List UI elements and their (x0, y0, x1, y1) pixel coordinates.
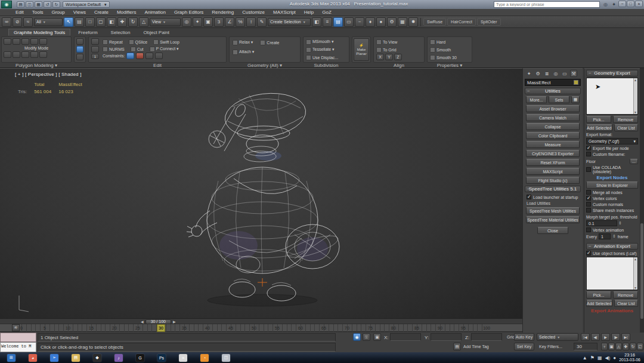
next-frame-arrow[interactable]: ▶ (173, 319, 176, 324)
ribbon-tab[interactable]: Freeform (73, 29, 103, 36)
edge-mode-icon[interactable] (13, 38, 20, 45)
use-collada-checkbox[interactable]: Use COLLADA (obsolete) (586, 165, 638, 174)
exporter-checkbox[interactable]: Custom normals (586, 202, 638, 207)
toolbar-icon[interactable]: ~ (355, 17, 364, 27)
taskbar-item[interactable]: ➢ (44, 353, 64, 362)
utility-button[interactable]: Flight Studio (c) (526, 177, 580, 184)
playback-button[interactable]: ◀| (591, 333, 600, 341)
qat-icon[interactable]: ◫ (26, 1, 33, 8)
attach-button[interactable]: Attach ▾ (233, 48, 254, 56)
edit-spinner[interactable]: 1 (91, 54, 99, 59)
list-scrollbar[interactable] (633, 257, 637, 290)
viewport-nav-button[interactable]: ▣ (608, 343, 615, 350)
viewport-menu-shading[interactable]: [ Shaded ] (58, 72, 81, 77)
viewport-nav-button[interactable]: ＋ (601, 343, 608, 350)
export-format-dropdown[interactable]: Geometry (*.cgf)▾ (586, 138, 638, 144)
toolbar-icon[interactable]: ✎ (257, 17, 267, 27)
action-center-flag-icon[interactable]: ⚑ (590, 355, 595, 361)
clear-list-button[interactable]: Clear List (614, 124, 638, 131)
custom-script-button[interactable]: SpitOder (477, 18, 501, 26)
repeat-button[interactable]: Repeat (103, 38, 123, 45)
list-scrollbar[interactable] (633, 78, 637, 114)
tray-expand-icon[interactable]: ▲ (583, 355, 587, 361)
preview-multi-icon[interactable] (76, 54, 83, 60)
taskbar-item[interactable]: ▤ (66, 353, 86, 362)
export-animations-button[interactable]: Export Animations (586, 308, 638, 313)
command-panel-tab[interactable]: ▭ (561, 70, 568, 77)
element-mode-icon[interactable] (39, 38, 47, 45)
menu-item[interactable]: GoZ (322, 10, 332, 15)
viewport-nav-button[interactable]: ◱ (637, 343, 643, 350)
collapse-stack-icon[interactable] (39, 51, 47, 58)
utility-button[interactable]: MAXScript (526, 168, 580, 175)
menu-item[interactable]: Rendering (212, 10, 234, 15)
toolbar-icon[interactable]: ∠ (225, 17, 234, 27)
taskbar-item[interactable]: G (130, 353, 150, 362)
wireframe-character[interactable] (179, 84, 358, 313)
speedtree-material-utilities-button[interactable]: SpeedTree Material Utilities (526, 216, 580, 223)
create-button[interactable]: Create (260, 39, 279, 46)
toolbar-icon[interactable]: ▢ (96, 17, 106, 27)
taskbar-item[interactable]: ◫ (216, 353, 236, 362)
ribbon-tab[interactable]: Graphite Modeling Tools (8, 29, 70, 36)
toolbar-icon[interactable]: ⚙ (387, 17, 397, 27)
current-frame-field[interactable]: 30 (574, 343, 597, 350)
key-mode-dropdown[interactable]: Selected▾ (537, 333, 578, 341)
utility-button[interactable]: Measure (526, 141, 580, 148)
toolbar-icon[interactable]: △ (139, 17, 148, 27)
named-selection-dropdown[interactable]: Create Selection▾ (268, 18, 311, 26)
selection-lock-toggle[interactable]: ⚿ (363, 333, 370, 341)
viewport-menu-view[interactable]: [ Perspective ] (25, 72, 57, 77)
sets-button[interactable]: Sets (549, 96, 569, 103)
pick-button[interactable]: Pick... (586, 116, 611, 123)
playback-button[interactable]: ▶| (621, 333, 630, 341)
toolbar-icon[interactable]: ∞ (2, 17, 11, 27)
make-planar-button[interactable]: ⚡ Make Planar (354, 38, 369, 61)
speedtree-rollout[interactable]: − SpeedTree Utilities 5.1 (525, 186, 581, 192)
ribbon-tab[interactable]: Object Paint (138, 29, 175, 36)
selection-filter-dropdown[interactable]: All▾ (34, 18, 63, 26)
object-color-swatch[interactable] (574, 80, 578, 85)
constraint-edge-icon[interactable] (136, 53, 144, 59)
window-control-button[interactable]: □ (627, 1, 634, 7)
utility-button[interactable]: CryENGINE3 Exporter (526, 150, 580, 157)
align-to-view-button[interactable]: To View (376, 38, 422, 45)
toolbar-icon[interactable]: ✦ (193, 17, 202, 27)
properties-label[interactable]: Properties ▾ (427, 63, 472, 68)
custom-script-button[interactable]: HairCorrect (447, 18, 476, 26)
maxscript-listener-macro[interactable] (0, 333, 36, 342)
playback-button[interactable]: ▶ (601, 333, 610, 341)
next-modifier-icon[interactable] (30, 51, 38, 58)
network-icon[interactable]: ▦ (597, 355, 602, 361)
remove-button[interactable]: Remove (613, 291, 638, 299)
every-frame-spinner[interactable]: 1 (599, 233, 611, 239)
qat-icon[interactable]: ▤ (17, 1, 24, 8)
toolbar-icon[interactable]: ▭ (344, 17, 354, 27)
use-displacement-button[interactable]: Use Displac... (306, 54, 346, 61)
browse-button[interactable]: ... (630, 159, 638, 164)
window-control-button[interactable]: × (635, 1, 643, 7)
toolbar-icon[interactable]: 3 (214, 17, 224, 27)
toolbar-icon[interactable]: ▤ (333, 17, 343, 27)
taskbar-clock[interactable]: 23:162013-03-06 (619, 353, 643, 362)
auto-key-button[interactable]: Auto Key (514, 333, 534, 341)
toolbar-icon[interactable]: ↕ (246, 17, 256, 27)
taskbar-item[interactable]: ◕ (23, 353, 43, 362)
track-bar[interactable]: 30 0510152025303540455055606570758085909… (0, 324, 522, 332)
utilities-rollout[interactable]: − Utilities (525, 88, 581, 94)
command-panel-tab[interactable]: ≣ (543, 70, 550, 77)
border-mode-icon[interactable] (21, 38, 29, 45)
toolbar-icon[interactable]: ▦ (398, 17, 407, 27)
add-time-tag[interactable]: Add Time Tag (463, 344, 489, 349)
vertex-mode-icon[interactable] (4, 38, 11, 45)
toolbar-icon[interactable]: ▤ (75, 17, 84, 27)
utility-button[interactable]: Color Clipboard (526, 132, 580, 139)
exporter-checkbox[interactable]: Vertex colors (586, 196, 638, 201)
toolbar-icon[interactable]: ⊘ (13, 17, 22, 27)
spinner-arrows-icon[interactable]: ⇕ (612, 234, 616, 239)
infocenter-icon[interactable]: ✦ (611, 1, 617, 8)
viewport-nav-button[interactable]: ↻ (630, 343, 636, 350)
toolbar-icon[interactable]: ▣ (203, 17, 213, 27)
playback-button[interactable]: |◀ (581, 333, 590, 341)
maxscript-mini-listener[interactable]: Welcome to M (0, 342, 36, 352)
